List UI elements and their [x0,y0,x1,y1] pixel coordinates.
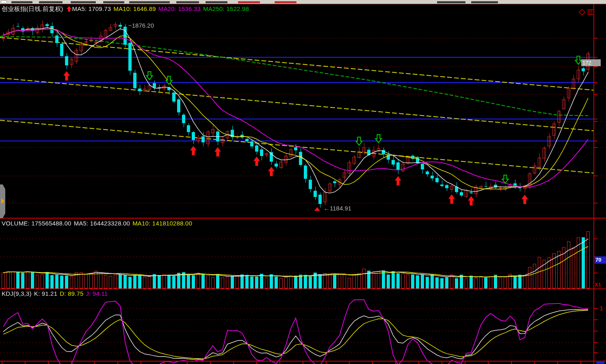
ma-indicator-3: MA250: 1522.98 [203,5,249,12]
last-price-tag: 172 [581,59,601,66]
volume-indicator-0: VOLUME: 175565488.00 [2,220,71,227]
kdj-chart[interactable] [0,289,606,364]
volume-indicator-1: MA5: 164423328.00 [74,220,130,227]
volume-header: VOLUME: 175565488.00MA5: 164423328.00MA1… [2,220,197,227]
kdj-axis-label: 1 [600,305,603,312]
kdj-indicator-0: KDJ(9,3,3) [2,290,32,297]
volume-chart[interactable] [0,219,606,289]
main-chart-header: 创业板指(日线.前复权)MA5: 1709.73MA10: 1646.89MA2… [2,5,254,13]
diamond-icon[interactable] [579,9,585,15]
menu-item-clipped-7[interactable] [238,1,260,3]
ma-indicator-1: MA10: 1646.89 [113,5,156,12]
chart-title: 创业板指(日线.前复权) [2,5,63,12]
chart-corner-controls [579,9,595,17]
kdj-indicator-2: D: 89.75 [60,290,83,297]
menu-item-clipped-9[interactable] [437,1,465,3]
menu-item-clipped-6[interactable] [206,1,227,3]
menu-item-clipped-2[interactable] [71,1,96,3]
kdj-header: KDJ(9,3,3)K: 91.21D: 89.75J: 94.11 [2,290,113,297]
volume-indicator-2: MA10: 141810288.00 [132,220,192,227]
kdj-indicator-3: J: 94.11 [86,290,108,297]
expand-arrow-icon [1,198,4,204]
menu-item-clipped-0[interactable] [11,1,32,3]
volume-unit-label: X1 [595,282,601,288]
app-icon[interactable] [1,0,7,3]
up-arrow-icon [67,6,71,12]
menu-item-clipped-4[interactable] [129,1,170,3]
sidebar-flyout-handle[interactable] [0,184,5,218]
ma-indicator-2: MA20: 1536.33 [158,5,201,12]
ma-indicator-0: MA5: 1709.73 [72,5,111,12]
menu-item-clipped-3[interactable] [103,1,124,3]
grid-window-icon[interactable] [588,10,594,15]
kdj-indicator-1: K: 91.21 [34,290,57,297]
menu-item-clipped-8[interactable] [275,1,297,3]
menu-item-clipped-5[interactable] [176,1,199,3]
volume-axis-tag: 70 [595,256,606,264]
menu-bar [0,0,606,4]
menu-item-clipped-10[interactable] [471,1,498,3]
main-kline-chart[interactable] [0,4,606,219]
trading-app-window: 创业板指(日线.前复权)MA5: 1709.73MA10: 1646.89MA2… [0,0,606,364]
menu-item-clipped-1[interactable] [39,1,63,3]
scrollbar-thumb[interactable] [596,362,604,364]
